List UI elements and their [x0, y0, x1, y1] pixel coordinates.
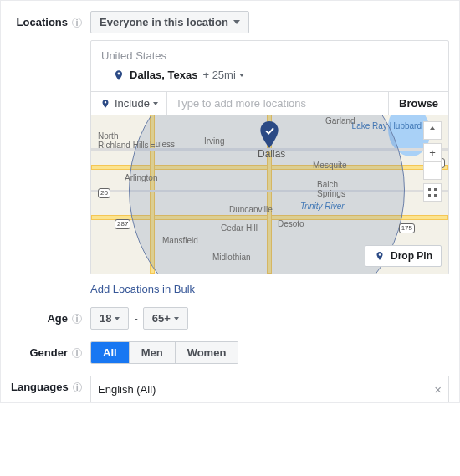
browse-button[interactable]: Browse: [388, 92, 448, 115]
svg-rect-1: [434, 188, 437, 191]
age-min-dropdown[interactable]: 18: [90, 307, 129, 330]
svg-rect-0: [428, 188, 431, 191]
highway-shield: 287: [115, 219, 130, 229]
language-chip: English (All): [98, 383, 156, 396]
gender-segmented: All Men Women: [90, 341, 238, 364]
age-max-dropdown[interactable]: 65+: [143, 307, 188, 330]
map-zoom-out-button[interactable]: −: [423, 161, 442, 180]
country-label: United States: [101, 49, 438, 62]
location-scope-dropdown[interactable]: Everyone in this location: [90, 11, 249, 33]
add-locations-bulk-link[interactable]: Add Locations in Bulk: [90, 274, 195, 295]
locations-panel: United States Dallas, Texas + 25mi: [90, 40, 449, 274]
gender-all-button[interactable]: All: [91, 342, 129, 363]
pin-icon: [113, 69, 125, 81]
svg-rect-3: [434, 194, 437, 197]
radius-dropdown[interactable]: + 25mi: [202, 69, 243, 81]
city-name: Dallas, Texas: [130, 69, 197, 81]
info-icon[interactable]: i: [72, 348, 82, 358]
chevron-down-icon: [174, 317, 179, 320]
center-pin-icon[interactable]: [258, 121, 279, 141]
map-city: Midlothian: [212, 253, 251, 262]
map-city: Balch Springs: [317, 180, 345, 198]
location-scope-label: Everyone in this location: [100, 16, 228, 28]
location-item[interactable]: Dallas, Texas + 25mi: [101, 67, 438, 90]
age-label: Age i: [11, 307, 90, 325]
languages-input[interactable]: English (All) ×: [90, 376, 449, 402]
gender-row: Gender i All Men Women: [11, 341, 449, 364]
pin-icon: [100, 98, 111, 110]
map-city: Desoto: [278, 219, 304, 228]
pin-icon: [374, 250, 386, 262]
drop-pin-button[interactable]: Drop Pin: [365, 245, 442, 267]
info-icon[interactable]: i: [72, 314, 82, 324]
map-city: Euless: [150, 140, 175, 149]
map-city: Arlington: [125, 173, 157, 182]
map-canvas[interactable]: Lake Ray Hubbard Dallas North Richland H…: [91, 115, 448, 274]
map-city: Irving: [204, 136, 224, 146]
river-label: Trinity River: [300, 202, 345, 211]
languages-row: Languages i English (All) ×: [11, 376, 449, 402]
chevron-down-icon: [233, 20, 240, 24]
map-city: Cedar Hill: [221, 223, 258, 233]
clear-icon[interactable]: ×: [434, 382, 442, 397]
location-search-input[interactable]: [167, 92, 388, 115]
chevron-down-icon: [115, 317, 120, 320]
languages-label: Languages i: [11, 376, 90, 393]
gender-label: Gender i: [11, 341, 90, 359]
map-city: Mansfield: [162, 236, 198, 245]
age-row: Age i 18 - 65+: [11, 307, 449, 330]
gender-men-button[interactable]: Men: [129, 342, 175, 363]
map-zoom-in-button[interactable]: +: [423, 143, 442, 161]
info-icon[interactable]: i: [72, 18, 82, 28]
map-fullscreen-button[interactable]: [423, 183, 442, 202]
map-city: North Richland Hills: [98, 131, 149, 150]
age-separator: -: [134, 312, 137, 325]
map-city: Duncanville: [229, 205, 273, 214]
map-city: Garland: [325, 116, 355, 125]
map-recenter-button[interactable]: [423, 121, 442, 140]
include-dropdown[interactable]: Include: [91, 92, 167, 115]
highway-shield: 20: [98, 188, 110, 198]
map-city: Mesquite: [313, 161, 347, 170]
svg-point-4: [379, 253, 381, 256]
highway-shield: 175: [399, 223, 415, 233]
locations-label: Locations i: [11, 11, 90, 28]
map-city-main: Dallas: [258, 148, 285, 160]
gender-women-button[interactable]: Women: [175, 342, 238, 363]
locations-row: Locations i Everyone in this location Un…: [11, 11, 449, 295]
info-icon[interactable]: i: [73, 382, 82, 392]
chevron-down-icon: [239, 74, 244, 77]
svg-rect-2: [428, 194, 431, 197]
chevron-down-icon: [153, 102, 158, 105]
